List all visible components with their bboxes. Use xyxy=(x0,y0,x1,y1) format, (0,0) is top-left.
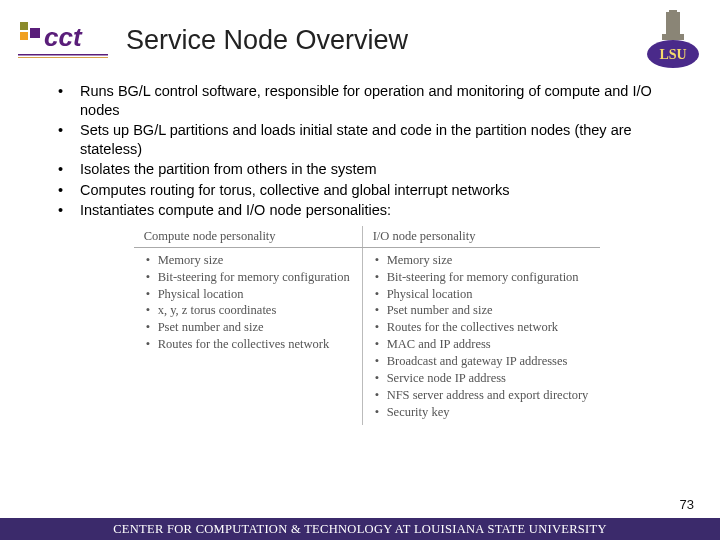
table-cell: Memory size Bit-steering for memory conf… xyxy=(134,247,362,424)
bullet-icon: • xyxy=(54,181,80,200)
sub-item: Physical location xyxy=(144,286,350,303)
sub-item: Bit-steering for memory configuration xyxy=(373,269,589,286)
bullet-text: Isolates the partition from others in th… xyxy=(80,160,377,179)
list-item: •Isolates the partition from others in t… xyxy=(54,160,680,179)
main-bullet-list: •Runs BG/L control software, responsible… xyxy=(54,82,680,220)
personality-table: Compute node personality I/O node person… xyxy=(134,226,601,425)
bullet-text: Computes routing for torus, collective a… xyxy=(80,181,510,200)
list-item: •Runs BG/L control software, responsible… xyxy=(54,82,680,119)
sub-item: Memory size xyxy=(144,252,350,269)
sub-item: Bit-steering for memory configuration xyxy=(144,269,350,286)
bullet-icon: • xyxy=(54,82,80,119)
sub-item: NFS server address and export directory xyxy=(373,387,589,404)
sub-item: Service node IP address xyxy=(373,370,589,387)
cct-logo-icon: cct xyxy=(18,16,108,64)
svg-rect-1 xyxy=(20,32,28,40)
sub-item: Memory size xyxy=(373,252,589,269)
list-item: •Instantiates compute and I/O node perso… xyxy=(54,201,680,220)
table-header: I/O node personality xyxy=(362,226,600,248)
svg-rect-4 xyxy=(18,54,108,56)
svg-rect-5 xyxy=(18,57,108,58)
slide-header: cct Service Node Overview LSU xyxy=(0,0,720,74)
table-cell: Memory size Bit-steering for memory conf… xyxy=(362,247,600,424)
page-number: 73 xyxy=(680,497,694,512)
svg-rect-0 xyxy=(20,22,28,30)
list-item: •Computes routing for torus, collective … xyxy=(54,181,680,200)
bullet-text: Instantiates compute and I/O node person… xyxy=(80,201,391,220)
lsu-logo-icon: LSU xyxy=(644,10,702,70)
personality-table-wrap: Compute node personality I/O node person… xyxy=(54,226,680,425)
compute-personality-list: Memory size Bit-steering for memory conf… xyxy=(144,252,350,353)
sub-item: Security key xyxy=(373,404,589,421)
svg-text:cct: cct xyxy=(44,22,83,52)
sub-item: MAC and IP address xyxy=(373,336,589,353)
footer-text: CENTER FOR COMPUTATION & TECHNOLOGY AT L… xyxy=(113,522,607,537)
bullet-icon: • xyxy=(54,160,80,179)
table-header: Compute node personality xyxy=(134,226,362,248)
svg-text:LSU: LSU xyxy=(659,47,686,62)
bullet-icon: • xyxy=(54,121,80,158)
sub-item: Routes for the collectives network xyxy=(144,336,350,353)
sub-item: Broadcast and gateway IP addresses xyxy=(373,353,589,370)
svg-rect-7 xyxy=(669,10,677,16)
slide-content: •Runs BG/L control software, responsible… xyxy=(0,74,720,425)
sub-item: Physical location xyxy=(373,286,589,303)
sub-item: Pset number and size xyxy=(373,302,589,319)
sub-item: x, y, z torus coordinates xyxy=(144,302,350,319)
list-item: •Sets up BG/L partitions and loads initi… xyxy=(54,121,680,158)
svg-rect-2 xyxy=(30,28,40,38)
bullet-text: Runs BG/L control software, responsible … xyxy=(80,82,680,119)
bullet-text: Sets up BG/L partitions and loads initia… xyxy=(80,121,680,158)
io-personality-list: Memory size Bit-steering for memory conf… xyxy=(373,252,589,421)
footer-bar: CENTER FOR COMPUTATION & TECHNOLOGY AT L… xyxy=(0,518,720,540)
sub-item: Pset number and size xyxy=(144,319,350,336)
slide-title: Service Node Overview xyxy=(126,25,644,56)
sub-item: Routes for the collectives network xyxy=(373,319,589,336)
bullet-icon: • xyxy=(54,201,80,220)
svg-rect-8 xyxy=(662,34,684,40)
